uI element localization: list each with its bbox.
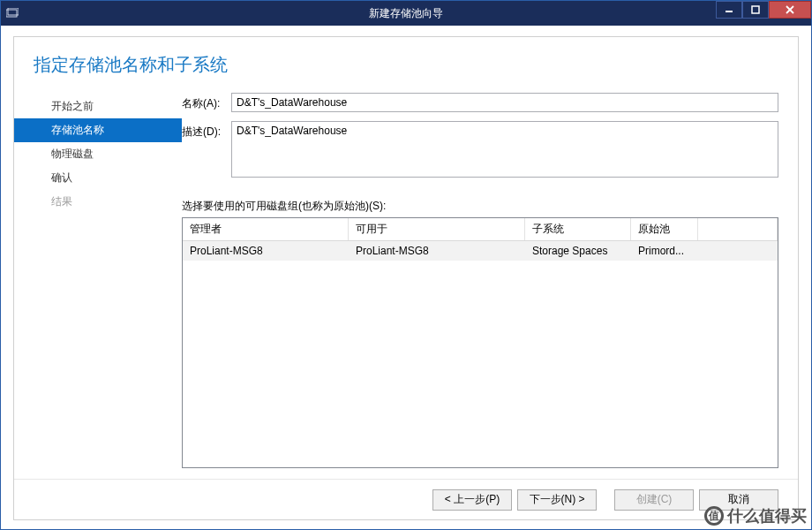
wizard-window: 新建存储池向导 指定存储池名称和子系统 开始之前 存储池名称 物理磁盘 确认	[0, 0, 812, 530]
step-physical-disks[interactable]: 物理磁盘	[14, 142, 182, 166]
col-primordial[interactable]: 原始池	[631, 218, 698, 240]
cell-subsystem: Storage Spaces	[525, 241, 631, 261]
disk-group-label: 选择要使用的可用磁盘组(也称为原始池)(S):	[182, 199, 778, 214]
name-label: 名称(A):	[182, 93, 231, 111]
next-button[interactable]: 下一步(N) >	[517, 489, 597, 511]
description-input[interactable]	[231, 121, 778, 178]
description-row: 描述(D):	[182, 121, 778, 178]
col-available[interactable]: 可用于	[349, 218, 525, 240]
name-input[interactable]	[231, 93, 778, 112]
cell-spacer	[698, 241, 778, 261]
step-sidebar: 开始之前 存储池名称 物理磁盘 确认 结果	[14, 93, 182, 479]
cell-available: ProLiant-MSG8	[349, 241, 525, 261]
close-button[interactable]	[769, 1, 811, 19]
app-icon	[1, 8, 24, 19]
col-manager[interactable]: 管理者	[183, 218, 349, 240]
spacer	[182, 468, 778, 479]
window-controls	[716, 1, 811, 26]
maximize-button[interactable]	[742, 1, 769, 19]
step-before-begin[interactable]: 开始之前	[14, 95, 182, 118]
wizard-footer: < 上一步(P) 下一步(N) > 创建(C) 取消	[14, 479, 798, 519]
step-results: 结果	[14, 190, 182, 214]
cell-manager: ProLiant-MSG8	[183, 241, 349, 261]
main-content: 名称(A): 描述(D): 选择要使用的可用磁盘组(也称为原始池)(S): 管理…	[182, 93, 778, 479]
titlebar: 新建存储池向导	[1, 1, 811, 26]
step-confirmation[interactable]: 确认	[14, 166, 182, 190]
disk-group-table[interactable]: 管理者 可用于 子系统 原始池 ProLiant-MSG8 ProLiant-M…	[182, 217, 778, 468]
wizard-body: 开始之前 存储池名称 物理磁盘 确认 结果 名称(A): 描述(D):	[14, 93, 798, 479]
cancel-button[interactable]: 取消	[699, 489, 778, 511]
client-area: 指定存储池名称和子系统 开始之前 存储池名称 物理磁盘 确认 结果 名称(A):…	[1, 26, 811, 529]
name-row: 名称(A):	[182, 93, 778, 112]
page-title: 指定存储池名称和子系统	[14, 37, 798, 93]
description-label: 描述(D):	[182, 121, 231, 140]
window-title: 新建存储池向导	[1, 6, 811, 21]
wizard-panel: 指定存储池名称和子系统 开始之前 存储池名称 物理磁盘 确认 结果 名称(A):…	[13, 36, 799, 520]
table-header: 管理者 可用于 子系统 原始池	[183, 218, 778, 241]
cell-primordial: Primord...	[631, 241, 698, 261]
create-button: 创建(C)	[614, 489, 694, 511]
step-pool-name[interactable]: 存储池名称	[14, 118, 182, 142]
col-spacer	[698, 218, 778, 240]
table-row[interactable]: ProLiant-MSG8 ProLiant-MSG8 Storage Spac…	[183, 241, 778, 261]
svg-rect-3	[752, 6, 759, 13]
col-subsystem[interactable]: 子系统	[525, 218, 631, 240]
previous-button[interactable]: < 上一步(P)	[432, 489, 512, 511]
table-body: ProLiant-MSG8 ProLiant-MSG8 Storage Spac…	[183, 241, 778, 467]
minimize-button[interactable]	[716, 1, 742, 19]
